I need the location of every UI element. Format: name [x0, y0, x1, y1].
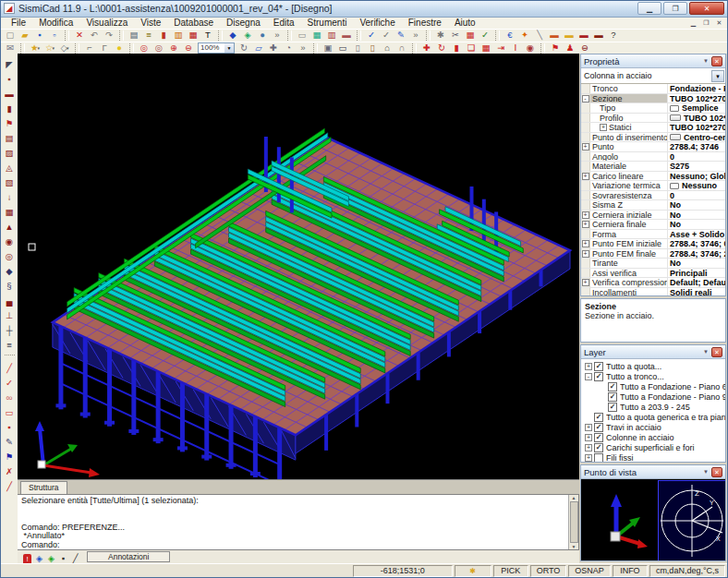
favorites-add-icon[interactable]: ☆▾: [42, 42, 57, 54]
expand-icon[interactable]: +: [582, 240, 589, 247]
house-icon[interactable]: ⌂: [380, 42, 394, 54]
arch-icon[interactable]: ∩: [394, 42, 409, 54]
property-row[interactable]: TiranteNo: [581, 259, 725, 269]
collapse-icon[interactable]: -: [582, 95, 589, 102]
property-row[interactable]: +Cerniera inizialeNo: [581, 211, 725, 221]
layer-item[interactable]: ✓Tutto a Fondazione - Piano 6: [581, 381, 725, 391]
tools-icon[interactable]: ✂: [448, 30, 463, 42]
restore-icon[interactable]: ❐: [663, 2, 687, 15]
close-icon[interactable]: ✕: [711, 467, 722, 477]
property-value[interactable]: 2788.4; 3746; 0: [668, 239, 725, 248]
chevron-down-icon[interactable]: ▼: [711, 70, 724, 82]
scroll-thumb[interactable]: [570, 501, 578, 543]
layer-checkbox[interactable]: ✓: [608, 392, 617, 402]
close-icon[interactable]: ✕: [711, 56, 722, 66]
text-style-icon[interactable]: T: [200, 30, 215, 42]
property-value[interactable]: Nessuno; Globale: [668, 172, 725, 181]
view-rotate-icon[interactable]: ◔: [281, 42, 296, 54]
layer-checkbox[interactable]: ✓: [608, 403, 617, 412]
flag-2-icon[interactable]: ⚑: [2, 450, 17, 464]
zoom-previous-icon[interactable]: ◎: [152, 42, 166, 54]
expand-icon[interactable]: +: [582, 143, 589, 151]
menu-visualizza[interactable]: Visualizza: [79, 18, 134, 28]
measure-2-icon[interactable]: Γ: [97, 42, 112, 54]
model-3d-plus-icon[interactable]: ◈: [240, 30, 255, 42]
plate-icon[interactable]: ▧: [2, 175, 17, 190]
scroll-down-icon[interactable]: ▼: [572, 544, 576, 549]
sketch-icon[interactable]: ╱: [2, 479, 17, 494]
close-icon[interactable]: ✕: [689, 2, 724, 15]
people-icon[interactable]: ♟: [563, 42, 577, 54]
spring-icon[interactable]: §: [2, 279, 17, 294]
release-icon[interactable]: ◎: [2, 249, 17, 264]
brush-icon[interactable]: ╲: [532, 30, 547, 42]
property-value[interactable]: TUBO 102*270*3: [668, 123, 725, 132]
delete-icon[interactable]: ✕: [72, 30, 87, 42]
pan-icon[interactable]: ✚: [266, 42, 281, 54]
annotate-icon[interactable]: ✎: [394, 30, 408, 42]
entity-type-dropdown[interactable]: Colonna in acciaio ▼: [581, 68, 725, 84]
property-row[interactable]: Sisma ZNo: [581, 200, 725, 211]
pencil-icon[interactable]: ✎: [2, 435, 17, 450]
property-value[interactable]: TUBO 102*270*3: [668, 94, 725, 103]
view-front-icon[interactable]: ▭: [295, 30, 309, 42]
property-value[interactable]: 0: [668, 152, 725, 162]
property-value[interactable]: S275: [668, 162, 725, 171]
move-icon[interactable]: ✚: [419, 42, 434, 54]
ruler-2-icon[interactable]: ▬: [562, 30, 576, 42]
expand-icon[interactable]: +: [600, 124, 607, 131]
menu-database[interactable]: Database: [167, 18, 220, 28]
undo-icon[interactable]: ↶: [87, 30, 102, 42]
render-icon[interactable]: ●: [255, 30, 270, 42]
property-row[interactable]: ProfiloTUBO 102*270*3: [581, 114, 725, 124]
property-row[interactable]: +StaticiTUBO 102*270*3: [581, 123, 725, 133]
stretch-icon[interactable]: Ⅰ: [508, 42, 523, 54]
scroll-up-icon[interactable]: ▲: [572, 495, 576, 500]
layer-item[interactable]: ✓Tutto a 203.9 - 245: [581, 402, 725, 412]
mdi-minimize-icon[interactable]: ▁: [687, 18, 699, 28]
zoom-out-icon[interactable]: ⊖: [181, 42, 196, 54]
minimize-icon[interactable]: ▁: [637, 2, 661, 15]
property-row[interactable]: Assi verificaPrincipali: [581, 269, 725, 279]
property-row[interactable]: Angolo0: [581, 152, 725, 163]
property-value[interactable]: Asse + Solido: [668, 230, 725, 239]
favorites-icon[interactable]: ★▾: [28, 42, 42, 54]
expand-icon[interactable]: +: [582, 221, 589, 228]
levels-icon[interactable]: ≡: [141, 30, 156, 42]
pin-icon[interactable]: ▼: [700, 347, 711, 357]
property-value[interactable]: 0: [668, 191, 725, 200]
load-icon[interactable]: ↓: [2, 190, 17, 205]
pin-icon[interactable]: ▼: [700, 56, 711, 66]
view-solid-icon[interactable]: ▬: [339, 30, 354, 42]
zoom-window-icon[interactable]: ◎: [137, 42, 152, 54]
wall-1-icon[interactable]: ▬: [576, 30, 591, 42]
crane-icon[interactable]: ⚑: [548, 42, 563, 54]
bench-icon[interactable]: ▦: [463, 30, 478, 42]
mail-icon[interactable]: ✉: [3, 42, 18, 54]
toggle-osnap[interactable]: OSNAP: [568, 565, 611, 577]
property-row[interactable]: IncollamentiSolidi reali: [581, 288, 725, 296]
column-tool-icon[interactable]: ▯: [350, 42, 365, 54]
check-model-icon[interactable]: ✓: [379, 30, 394, 42]
property-value[interactable]: Centro-centro: [668, 133, 725, 142]
close-icon[interactable]: ✕: [711, 347, 722, 357]
overflow-1-icon[interactable]: »: [270, 30, 285, 42]
menu-file[interactable]: File: [5, 18, 32, 28]
layer-item[interactable]: ✓Tutto a Fondazione - Piano 9: [581, 391, 725, 402]
expand-icon[interactable]: +: [582, 211, 589, 219]
expand-icon[interactable]: +: [585, 444, 592, 452]
mdi-restore-icon[interactable]: ❐: [700, 18, 712, 28]
property-row[interactable]: FormaAsse + Solido: [581, 230, 725, 240]
database-icon[interactable]: ▦: [186, 30, 200, 42]
wall-icon[interactable]: ▤: [2, 131, 17, 146]
column-icon[interactable]: ▮: [2, 102, 17, 116]
slab-icon[interactable]: ▨: [2, 146, 17, 161]
viewpoint-compass[interactable]: Z Y X: [658, 480, 726, 561]
zoom-level-dropdown[interactable]: 100%▼: [198, 42, 235, 54]
mdi-close-icon[interactable]: ✕: [713, 18, 725, 28]
erase-2-icon[interactable]: ✗: [2, 464, 17, 479]
property-value[interactable]: No: [668, 200, 725, 210]
property-value[interactable]: Solidi reali: [668, 288, 725, 296]
layer-checkbox[interactable]: ✓: [608, 382, 617, 391]
truss-icon[interactable]: ◬: [2, 161, 17, 175]
